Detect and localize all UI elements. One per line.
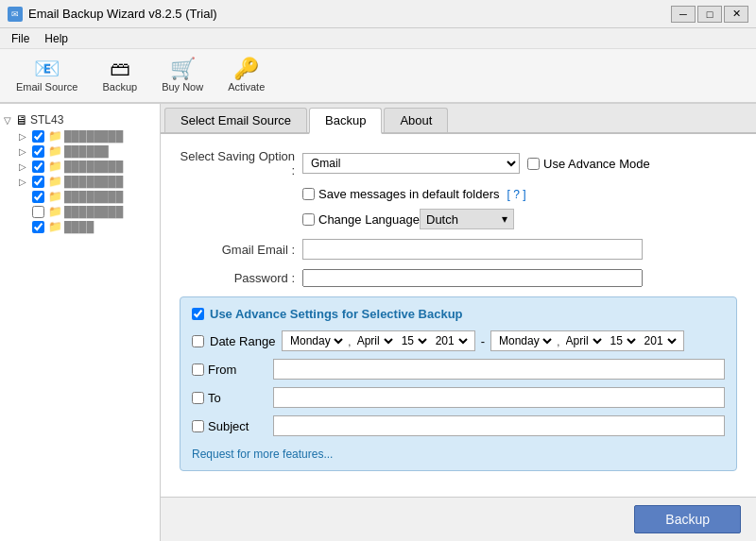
subject-checkbox[interactable] [192,420,204,432]
list-item[interactable]: ▷ 📁 ████████ [19,159,156,174]
to-label: To [208,391,221,405]
date-end-picker[interactable]: Monday , April 15 201 [490,330,684,351]
date-end-month-select[interactable]: April [562,331,605,350]
folder-icon: 📁 [48,220,62,233]
minimize-button[interactable]: ─ [671,6,696,23]
to-input[interactable] [273,387,725,408]
folder-icon: 📁 [48,160,62,173]
to-row: To [192,387,725,408]
list-item[interactable]: 📁 ████████ [19,189,156,204]
gmail-email-row: Gmail Email : [180,239,737,260]
password-row: Password : [180,269,737,287]
tree-checkbox[interactable] [32,130,44,143]
buy-now-icon: 🛒 [170,59,196,79]
from-row: From [192,359,725,380]
request-more-features-link[interactable]: Request for more features... [192,448,333,461]
advance-settings-checkbox[interactable] [192,308,204,320]
save-messages-checkbox[interactable] [302,188,315,200]
close-button[interactable]: ✕ [724,6,748,23]
subject-label-group: Subject [192,419,267,433]
app-icon: ✉ [8,7,23,22]
sidebar: ▽ 🖥 STL43 ▷ 📁 ████████ ▷ 📁 ██████ [0,104,161,541]
to-checkbox[interactable] [192,392,204,404]
menu-help[interactable]: Help [37,30,76,47]
folder-icon: 📁 [48,144,62,158]
tree-root-label: STL43 [30,113,63,127]
email-source-label: Email Source [16,81,77,93]
from-label-group: From [192,363,267,377]
advance-settings-title: Use Advance Settings for Selective Backu… [210,307,463,321]
title-bar: ✉ Email Backup Wizard v8.2.5 (Trial) ─ □… [0,0,756,28]
activate-button[interactable]: 🔑 Activate [217,54,275,97]
date-range-checkbox[interactable] [192,335,204,347]
list-item[interactable]: ▷ 📁 ██████ [19,144,156,159]
gmail-email-input[interactable] [302,239,643,260]
tree-checkbox[interactable] [32,145,44,158]
date-start-month-select[interactable]: April [353,331,396,350]
menu-file[interactable]: File [4,30,37,47]
date-end-day-select[interactable]: Monday [495,331,555,350]
subject-label: Subject [208,419,249,433]
language-selected: Dutch [426,212,458,227]
folder-icon: 📁 [48,175,62,188]
tree-checkbox[interactable] [32,176,44,188]
use-advance-mode-checkbox[interactable] [527,158,540,170]
use-advance-mode-checkbox-label[interactable]: Use Advance Mode [527,157,650,171]
footer: Backup [161,497,756,541]
folder-icon: 📁 [48,129,62,143]
help-link[interactable]: [ ? ] [507,188,526,201]
tab-content-backup: Select Saving Option : Gmail Yahoo Hotma… [161,134,756,497]
save-messages-checkbox-label[interactable]: Save messages in default folders [302,187,500,201]
list-item[interactable]: ▷ 📁 ████████ [19,174,156,189]
language-dropdown[interactable]: Dutch [420,209,514,229]
advance-section: Use Advance Settings for Selective Backu… [180,296,737,471]
change-language-checkbox[interactable] [302,213,315,226]
tree-checkbox[interactable] [32,221,44,233]
password-input[interactable] [302,269,643,287]
date-range-row: Date Range Monday , April 15 201 - Monda… [192,330,725,351]
folder-icon: 📁 [48,190,62,203]
tree-checkbox[interactable] [32,206,44,218]
backup-button-toolbar[interactable]: 🗃 Backup [92,54,147,97]
email-source-icon: 📧 [34,59,60,79]
gmail-email-label: Gmail Email : [180,243,302,257]
list-item[interactable]: ▷ 📁 ████████ [19,128,156,144]
tree-root: ▽ 🖥 STL43 ▷ 📁 ████████ ▷ 📁 ██████ [0,108,160,238]
tree-expand-icon: ▽ [4,115,13,126]
date-end-year-select[interactable]: 201 [641,331,679,350]
tree-checkbox[interactable] [32,161,44,173]
menu-bar: File Help [0,28,756,49]
date-start-year-select[interactable]: 201 [432,331,471,350]
tab-about[interactable]: About [384,108,448,132]
content-area: Select Email Source Backup About Select … [161,104,756,541]
toolbar: 📧 Email Source 🗃 Backup 🛒 Buy Now 🔑 Acti… [0,49,756,104]
tree-checkbox[interactable] [32,191,44,203]
buy-now-button[interactable]: 🛒 Buy Now [151,54,214,97]
save-messages-row: Save messages in default folders [ ? ] [302,187,737,201]
date-end-date-select[interactable]: 15 [607,331,639,350]
tab-backup[interactable]: Backup [309,108,382,134]
from-label: From [208,363,236,377]
list-item[interactable]: 📁 ████ [19,219,156,234]
change-language-checkbox-label[interactable]: Change Language [302,212,420,227]
activate-icon: 🔑 [233,59,259,79]
date-start-day-select[interactable]: Monday [286,331,346,350]
list-item[interactable]: 📁 ████████ [19,204,156,219]
email-source-button[interactable]: 📧 Email Source [6,54,88,97]
backup-label: Backup [102,81,137,93]
tree-root-item[interactable]: ▽ 🖥 STL43 [4,111,156,128]
subject-row: Subject [192,415,725,436]
tab-select-email-source[interactable]: Select Email Source [164,108,307,132]
window-title: Email Backup Wizard v8.2.5 (Trial) [28,7,217,21]
subject-input[interactable] [273,415,725,436]
tabs: Select Email Source Backup About [161,104,756,134]
saving-option-select[interactable]: Gmail Yahoo Hotmail Outlook [302,153,520,174]
password-label: Password : [180,271,302,285]
from-checkbox[interactable] [192,363,204,376]
date-start-date-select[interactable]: 15 [398,331,430,350]
from-input[interactable] [273,359,725,380]
maximize-button[interactable]: □ [697,6,722,23]
date-start-picker[interactable]: Monday , April 15 201 [282,330,475,351]
backup-button-footer[interactable]: Backup [634,505,741,533]
main-area: ▽ 🖥 STL43 ▷ 📁 ████████ ▷ 📁 ██████ [0,104,756,541]
